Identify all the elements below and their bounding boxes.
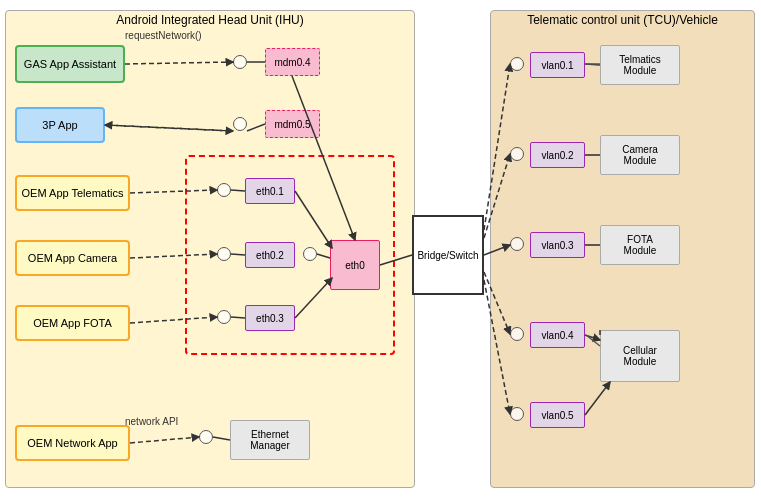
ethernet-manager-box: Ethernet Manager [230, 420, 310, 460]
telmatics-label: Telmatics Module [619, 54, 661, 76]
diagram-container: Android Integrated Head Unit (IHU) Telem… [0, 0, 761, 502]
mdm05-box: mdm0.5 [265, 110, 320, 138]
circle-vlan04 [510, 327, 524, 341]
mdm04-box: mdm0.4 [265, 48, 320, 76]
cellular-module-box: Cellular Module [600, 330, 680, 382]
ihu-title: Android Integrated Head Unit (IHU) [116, 13, 303, 27]
circle-eth02-right [303, 247, 317, 261]
fota-label: FOTA Module [624, 234, 657, 256]
eth0-box: eth0 [330, 240, 380, 290]
vlan01-box: vlan0.1 [530, 52, 585, 78]
circle-vlan01 [510, 57, 524, 71]
oem-camera-box: OEM App Camera [15, 240, 130, 276]
circle-eth03 [217, 310, 231, 324]
3p-app-box: 3P App [15, 107, 105, 143]
request-network-label: requestNetwork() [125, 30, 202, 41]
circle-vlan02 [510, 147, 524, 161]
circle-eth02 [217, 247, 231, 261]
bridge-switch-box: Bridge/Switch [412, 215, 484, 295]
circle-vlan05 [510, 407, 524, 421]
telmatics-module-box: Telmatics Module [600, 45, 680, 85]
vlan04-box: vlan0.4 [530, 322, 585, 348]
camera-label: Camera Module [622, 144, 658, 166]
circle-eth01 [217, 183, 231, 197]
circle-mdm05 [233, 117, 247, 131]
cellular-label: Cellular Module [623, 345, 657, 367]
circle-network [199, 430, 213, 444]
camera-module-box: Camera Module [600, 135, 680, 175]
eth01-box: eth0.1 [245, 178, 295, 204]
oem-network-box: OEM Network App [15, 425, 130, 461]
eth03-box: eth0.3 [245, 305, 295, 331]
circle-mdm04 [233, 55, 247, 69]
vlan03-box: vlan0.3 [530, 232, 585, 258]
oem-fota-box: OEM App FOTA [15, 305, 130, 341]
tcu-title: Telematic control unit (TCU)/Vehicle [527, 13, 718, 27]
ethernet-manager-label: Ethernet Manager [250, 429, 289, 451]
fota-module-box: FOTA Module [600, 225, 680, 265]
eth02-box: eth0.2 [245, 242, 295, 268]
gas-app-box: GAS App Assistant [15, 45, 125, 83]
network-api-label: network API [125, 416, 178, 427]
circle-vlan03 [510, 237, 524, 251]
vlan05-box: vlan0.5 [530, 402, 585, 428]
vlan02-box: vlan0.2 [530, 142, 585, 168]
oem-telematics-box: OEM App Telematics [15, 175, 130, 211]
